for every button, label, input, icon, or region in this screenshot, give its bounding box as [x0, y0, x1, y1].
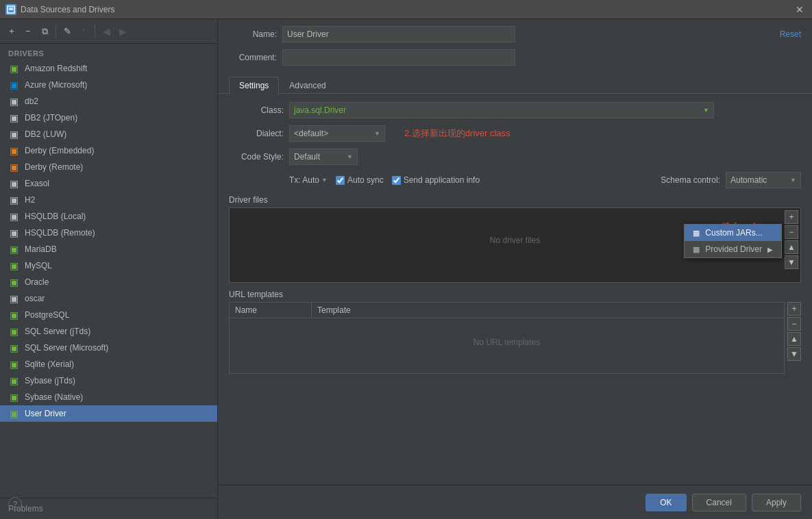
tab-settings[interactable]: Settings: [229, 77, 279, 94]
remove-driver-file-button[interactable]: −: [785, 225, 798, 239]
driver-item-h2[interactable]: ▣H2: [0, 192, 217, 208]
driver-item-db2[interactable]: ▣db2: [0, 93, 217, 110]
driver-icon: ▣: [8, 359, 19, 370]
svg-rect-2: [9, 8, 13, 9]
move-down-url-template-button[interactable]: ▼: [787, 347, 801, 361]
toolbar-separator-2: [95, 25, 95, 38]
custom-jars-option[interactable]: ▦ Custom JARs...: [685, 225, 781, 241]
bottom-bar: OK Cancel Apply: [218, 485, 812, 519]
no-url-templates-text: No URL templates: [230, 318, 784, 347]
dialect-label: Dialect:: [229, 129, 284, 138]
driver-item-exasol[interactable]: ▣Exasol: [0, 175, 217, 192]
driver-item-user-driver[interactable]: ▣User Driver: [0, 405, 217, 422]
driver-item-sybase-(native)[interactable]: ▣Sybase (Native): [0, 389, 217, 405]
name-input[interactable]: [282, 26, 515, 42]
dialect-select[interactable]: <default> ▼: [289, 125, 385, 142]
tx-auto-label: Tx: Auto: [289, 175, 319, 185]
driver-item-hsqldb-(local)[interactable]: ▣HSQLDB (Local): [0, 208, 217, 225]
reset-link[interactable]: Reset: [780, 29, 801, 39]
driver-name-label: H2: [25, 195, 35, 205]
url-table-body: No URL templates: [230, 318, 784, 373]
tx-auto-select[interactable]: Tx: Auto ▼: [289, 175, 328, 185]
class-label: Class:: [229, 105, 284, 115]
comment-input[interactable]: [282, 49, 515, 66]
move-up-url-template-button[interactable]: ▲: [787, 332, 801, 346]
toolbar-separator: [56, 25, 56, 38]
driver-item-postgresql[interactable]: ▣PostgreSQL: [0, 307, 217, 323]
driver-name-label: Sybase (Native): [25, 392, 83, 402]
driver-item-db2-(luw)[interactable]: ▣DB2 (LUW): [0, 126, 217, 142]
schema-control-select[interactable]: Automatic ▼: [726, 172, 801, 188]
driver-item-sql-server-(jtds)[interactable]: ▣SQL Server (jTds): [0, 323, 217, 340]
send-app-info-label: Send application info: [404, 175, 480, 185]
driver-item-sqlite-(xerial)[interactable]: ▣Sqlite (Xerial): [0, 356, 217, 372]
driver-item-hsqldb-(remote)[interactable]: ▣HSQLDB (Remote): [0, 225, 217, 241]
driver-icon: ▣: [8, 260, 19, 271]
copy-driver-button[interactable]: ⧉: [37, 24, 52, 39]
driver-item-db2-(jtopen)[interactable]: ▣DB2 (JTOpen): [0, 110, 217, 126]
driver-icon: ▣: [8, 326, 19, 337]
driver-name-label: Azure (Microsoft): [25, 80, 87, 90]
driver-icon: ▣: [8, 112, 19, 123]
close-button[interactable]: ✕: [793, 3, 807, 16]
apply-button[interactable]: Apply: [752, 494, 801, 511]
driver-item-oracle[interactable]: ▣Oracle: [0, 274, 217, 290]
driver-item-azure-(microsoft)[interactable]: ▣Azure (Microsoft): [0, 77, 217, 93]
export-driver-button[interactable]: ↑: [76, 24, 91, 39]
svg-rect-1: [9, 9, 13, 10]
class-select[interactable]: java.sql.Driver ▼: [289, 102, 714, 118]
auto-sync-checkbox[interactable]: [336, 176, 345, 185]
driver-item-mariadb[interactable]: ▣MariaDB: [0, 241, 217, 257]
driver-name-label: db2: [25, 97, 38, 106]
driver-icon: ▣: [8, 375, 19, 386]
driver-list: ▣Amazon Redshift▣Azure (Microsoft)▣db2▣D…: [0, 60, 217, 498]
move-up-driver-file-button[interactable]: ▲: [785, 240, 798, 254]
driver-icon: ▣: [8, 392, 19, 403]
forward-button[interactable]: ▶: [115, 24, 130, 39]
url-col-template-header: Template: [312, 303, 784, 318]
cancel-button[interactable]: Cancel: [692, 494, 746, 511]
edit-driver-button[interactable]: ✎: [60, 24, 75, 39]
add-driver-file-button[interactable]: +: [785, 210, 798, 224]
add-driver-button[interactable]: +: [4, 24, 19, 39]
driver-item-derby-(remote)[interactable]: ▣Derby (Remote): [0, 159, 217, 175]
driver-name-label: Amazon Redshift: [25, 64, 87, 73]
code-style-select[interactable]: Default ▼: [289, 149, 358, 165]
driver-icon: ▣: [8, 162, 19, 173]
provided-driver-arrow-icon: ▶: [767, 246, 773, 253]
driver-item-oscar[interactable]: ▣oscar: [0, 290, 217, 307]
driver-name-label: oscar: [25, 294, 45, 303]
url-table-toolbar: + − ▲ ▼: [787, 302, 801, 374]
send-app-info-checkbox[interactable]: [392, 176, 401, 185]
remove-url-template-button[interactable]: −: [787, 317, 801, 331]
tab-advanced[interactable]: Advanced: [279, 77, 336, 94]
driver-item-sql-server-(microsoft)[interactable]: ▣SQL Server (Microsoft): [0, 340, 217, 356]
driver-item-derby-(embedded)[interactable]: ▣Derby (Embedded): [0, 142, 217, 159]
provided-driver-option[interactable]: ▦ Provided Driver ▶: [685, 241, 781, 257]
help-button[interactable]: ?: [8, 497, 22, 511]
driver-name-label: HSQLDB (Remote): [25, 228, 95, 238]
url-templates-label: URL templates: [229, 290, 801, 299]
send-app-info-checkbox-item: Send application info: [392, 175, 480, 185]
url-table-header: Name Template: [230, 303, 784, 318]
driver-item-sybase-(jtds)[interactable]: ▣Sybase (jTds): [0, 372, 217, 389]
remove-driver-button[interactable]: −: [21, 24, 36, 39]
driver-name-label: HSQLDB (Local): [25, 212, 86, 221]
driver-name-label: PostgreSQL: [25, 310, 69, 320]
app-icon: [5, 4, 16, 15]
driver-item-mysql[interactable]: ▣MySQL: [0, 257, 217, 274]
add-url-template-button[interactable]: +: [787, 302, 801, 316]
tabs-bar: Settings Advanced: [218, 71, 812, 94]
driver-icon: ▣: [8, 293, 19, 304]
back-button[interactable]: ◀: [99, 24, 114, 39]
driver-name-label: User Driver: [25, 409, 66, 418]
add-file-dropdown: ▦ Custom JARs... ▦ Provided Driver ▶: [684, 224, 782, 258]
move-down-driver-file-button[interactable]: ▼: [785, 255, 798, 269]
driver-item-amazon-redshift[interactable]: ▣Amazon Redshift: [0, 60, 217, 77]
driver-icon: ▣: [8, 342, 19, 353]
driver-icon: ▣: [8, 79, 19, 90]
comment-label: Comment:: [229, 53, 277, 62]
driver-name-label: Oracle: [25, 277, 49, 287]
driver-icon: ▣: [8, 227, 19, 238]
ok-button[interactable]: OK: [645, 494, 686, 511]
